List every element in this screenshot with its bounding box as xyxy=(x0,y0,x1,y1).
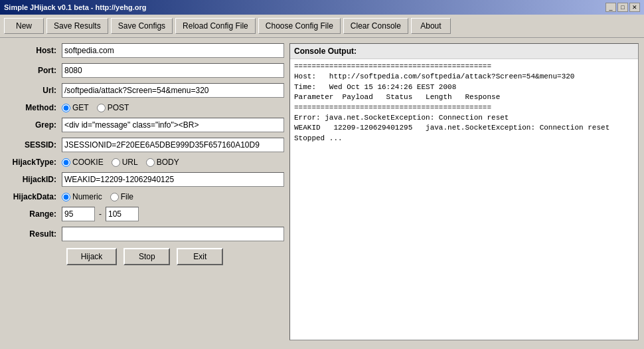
reload-config-button[interactable]: Reload Config File xyxy=(175,18,256,34)
window-title: Simple JHijack v0.1 beta - http://yehg.o… xyxy=(4,3,147,11)
hijackid-row: HijackID: xyxy=(5,172,284,187)
close-button[interactable]: ✕ xyxy=(629,3,640,12)
hijacktype-radio-group: COOKIE URL BODY xyxy=(62,158,179,167)
grep-label: Grep: xyxy=(5,120,62,130)
right-panel: Console Output: ========================… xyxy=(289,43,639,340)
hijacktype-label: HijackType: xyxy=(5,158,62,167)
hijacktype-url-label[interactable]: URL xyxy=(112,158,138,167)
hijackdata-numeric-label[interactable]: Numeric xyxy=(62,192,102,201)
hijacktype-body-label[interactable]: BODY xyxy=(146,158,179,167)
stop-button[interactable]: Stop xyxy=(123,248,170,265)
exit-button[interactable]: Exit xyxy=(177,248,223,265)
result-label: Result: xyxy=(5,229,62,239)
hijacktype-body-radio[interactable] xyxy=(146,158,155,167)
clear-console-button[interactable]: Clear Console xyxy=(343,18,408,34)
maximize-button[interactable]: □ xyxy=(617,3,628,12)
port-row: Port: xyxy=(5,63,284,78)
method-post-radio[interactable] xyxy=(97,104,106,112)
sessid-label: SESSID: xyxy=(5,140,62,150)
window-controls: _ □ ✕ xyxy=(605,3,640,12)
main-content: Host: Port: Url: Method: GET xyxy=(0,38,644,346)
about-button[interactable]: About xyxy=(411,18,451,34)
action-buttons: Hijack Stop Exit xyxy=(5,248,284,265)
grep-row: Grep: xyxy=(5,118,284,132)
minimize-button[interactable]: _ xyxy=(605,3,616,12)
method-radio-group: GET POST xyxy=(62,103,129,112)
method-get-radio[interactable] xyxy=(62,104,70,112)
save-results-button[interactable]: Save Results xyxy=(46,18,108,34)
sessid-row: SESSID: xyxy=(5,138,284,152)
hijackdata-file-radio[interactable] xyxy=(110,193,119,201)
range-label: Range: xyxy=(5,209,62,219)
hijackdata-numeric-radio[interactable] xyxy=(62,193,70,201)
hijackid-input[interactable] xyxy=(62,172,284,187)
grep-input[interactable] xyxy=(62,118,284,132)
url-input[interactable] xyxy=(62,83,284,98)
console-title: Console Output: xyxy=(290,44,638,59)
choose-config-button[interactable]: Choose Config File xyxy=(258,18,341,34)
hijackdata-row: HijackData: Numeric File xyxy=(5,192,284,201)
method-post-label[interactable]: POST xyxy=(97,103,129,112)
port-label: Port: xyxy=(5,66,62,75)
toolbar: New Save Results Save Configs Reload Con… xyxy=(0,15,644,38)
range-from-input[interactable] xyxy=(62,207,95,221)
hijack-button[interactable]: Hijack xyxy=(66,248,118,265)
method-row: Method: GET POST xyxy=(5,103,284,112)
host-row: Host: xyxy=(5,43,284,58)
sessid-input[interactable] xyxy=(62,138,284,152)
left-panel: Host: Port: Url: Method: GET xyxy=(5,43,284,340)
hijackdata-label: HijackData: xyxy=(5,192,62,201)
hijacktype-url-radio[interactable] xyxy=(112,158,120,167)
hijacktype-cookie-radio[interactable] xyxy=(62,158,70,167)
method-get-label[interactable]: GET xyxy=(62,103,89,112)
result-input[interactable] xyxy=(62,227,284,241)
range-row: Range: - xyxy=(5,207,284,221)
result-row: Result: xyxy=(5,227,284,241)
url-label: Url: xyxy=(5,86,62,95)
new-button[interactable]: New xyxy=(4,18,44,34)
method-label: Method: xyxy=(5,103,62,112)
hijacktype-cookie-label[interactable]: COOKIE xyxy=(62,158,104,167)
range-dash: - xyxy=(99,209,102,219)
save-configs-button[interactable]: Save Configs xyxy=(111,18,173,34)
console-output: ========================================… xyxy=(290,59,638,340)
hijackdata-file-label[interactable]: File xyxy=(110,192,133,201)
range-to-input[interactable] xyxy=(106,207,139,221)
hijackid-label: HijackID: xyxy=(5,175,62,184)
hijackdata-radio-group: Numeric File xyxy=(62,192,133,201)
host-label: Host: xyxy=(5,46,62,55)
host-input[interactable] xyxy=(62,43,284,58)
port-input[interactable] xyxy=(62,63,284,78)
title-bar: Simple JHijack v0.1 beta - http://yehg.o… xyxy=(0,0,644,15)
range-inputs: - xyxy=(62,207,139,221)
hijacktype-row: HijackType: COOKIE URL BODY xyxy=(5,158,284,167)
url-row: Url: xyxy=(5,83,284,98)
